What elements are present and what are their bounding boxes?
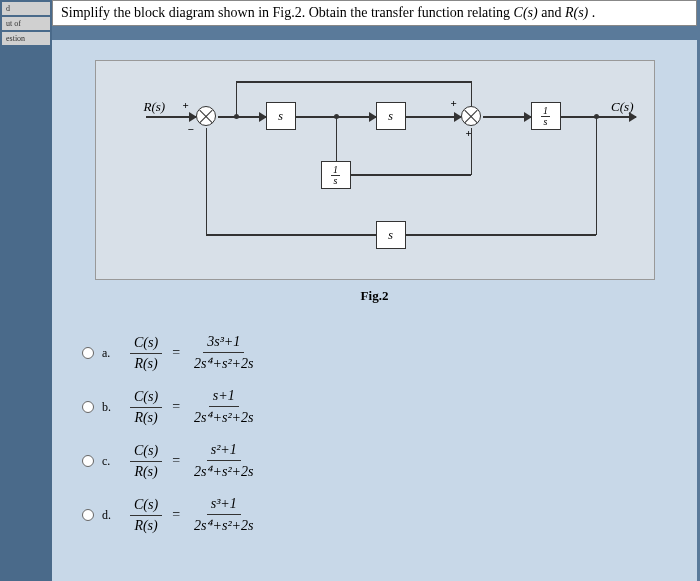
option-a[interactable]: a. C(s)R(s) = 3s³+12s⁴+s²+2s [82,334,677,372]
feedback-block-1-over-s: 1s [321,161,351,189]
block-s-1: s [266,102,296,130]
radio-button[interactable] [82,347,94,359]
option-label: b. [102,400,114,415]
sidebar-text: ut of [2,17,50,30]
block-s-2: s [376,102,406,130]
question-text: Simplify the block diagram shown in Fig.… [61,5,514,20]
line [206,234,376,236]
radio-button[interactable] [82,509,94,521]
line [218,116,266,118]
option-c[interactable]: c. C(s)R(s) = s²+12s⁴+s²+2s [82,442,677,480]
summing-junction-1 [196,106,216,126]
content-area: R(s) C(s) + − s s + + 1s 1s [52,40,697,581]
option-label: d. [102,508,114,523]
option-d[interactable]: d. C(s)R(s) = s³+12s⁴+s²+2s [82,496,677,534]
option-label: a. [102,346,114,361]
question-header: Simplify the block diagram shown in Fig.… [52,0,697,26]
feedback-block-s: s [376,221,406,249]
input-label: R(s) [144,99,166,115]
sign-plus: + [451,97,457,109]
line [471,128,473,175]
figure-caption: Fig.2 [72,288,677,304]
option-equation: C(s)R(s) = s+12s⁴+s²+2s [124,388,263,426]
sign-plus: + [183,99,189,111]
question-cs: C(s) [514,5,538,20]
summing-junction-2 [461,106,481,126]
block-1-over-s: 1s [531,102,561,130]
line [483,116,531,118]
question-between: and [541,5,565,20]
options-list: a. C(s)R(s) = 3s³+12s⁴+s²+2s b. C(s)R(s)… [82,334,677,534]
line [406,116,461,118]
line [471,81,473,106]
question-rs: R(s) [565,5,588,20]
option-label: c. [102,454,114,469]
option-equation: C(s)R(s) = 3s³+12s⁴+s²+2s [124,334,263,372]
line [596,116,598,235]
radio-button[interactable] [82,401,94,413]
line [336,116,338,161]
line [236,81,238,116]
line [406,234,596,236]
line [351,174,471,176]
block-diagram: R(s) C(s) + − s s + + 1s 1s [95,60,655,280]
line [206,128,208,235]
option-equation: C(s)R(s) = s³+12s⁴+s²+2s [124,496,263,534]
line [146,116,196,118]
line [236,81,471,83]
sidebar: d ut of estion [0,0,52,581]
sign-minus: − [188,123,194,135]
radio-button[interactable] [82,455,94,467]
option-b[interactable]: b. C(s)R(s) = s+12s⁴+s²+2s [82,388,677,426]
question-suffix: . [592,5,596,20]
sidebar-text: d [2,2,50,15]
sidebar-text: estion [2,32,50,45]
option-equation: C(s)R(s) = s²+12s⁴+s²+2s [124,442,263,480]
